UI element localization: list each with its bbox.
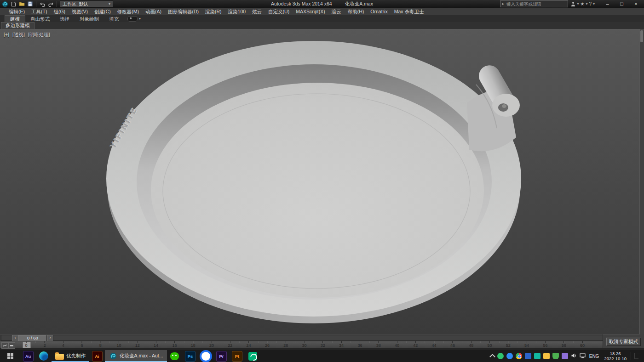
minimize-button[interactable]: –: [600, 0, 615, 8]
menu-item[interactable]: 修改器(M): [114, 8, 142, 15]
save-icon[interactable]: [27, 1, 33, 7]
ribbon-tab[interactable]: 建模: [5, 15, 25, 22]
menu-item[interactable]: Max 杀毒卫士: [391, 8, 427, 15]
timeline-tick[interactable]: 50: [487, 341, 492, 349]
taskbar-photoshop-icon[interactable]: Ps: [183, 350, 198, 362]
tray-security-shield-icon[interactable]: [552, 353, 559, 359]
timeline-tick[interactable]: 6: [80, 341, 83, 349]
close-button[interactable]: ×: [629, 0, 643, 8]
menu-item[interactable]: 编辑(E): [6, 8, 28, 15]
menu-item[interactable]: 创建(C): [91, 8, 114, 15]
start-button[interactable]: [0, 350, 20, 362]
timeline-tick[interactable]: 4: [62, 341, 64, 349]
tray-cloud-icon[interactable]: [525, 353, 531, 359]
menu-item[interactable]: 视图(V): [69, 8, 91, 15]
tray-volume-icon[interactable]: [571, 352, 577, 360]
timeline-tick[interactable]: 38: [376, 341, 381, 349]
taskbar-explorer-window[interactable]: 优先制作: [52, 350, 89, 362]
menu-item[interactable]: 炫云: [249, 8, 265, 15]
timeline-tick[interactable]: 18: [191, 341, 196, 349]
taskbar-edge-icon[interactable]: [36, 350, 52, 362]
timeline-tick[interactable]: 40: [395, 341, 399, 349]
timeline-tick[interactable]: 0: [25, 341, 27, 349]
tray-expand-icon[interactable]: [489, 354, 495, 360]
scrollbar-thumb[interactable]: [640, 30, 643, 42]
menu-item[interactable]: 组(G): [50, 8, 69, 15]
workspace-selector[interactable]: 工作区: 默认 ▾: [60, 0, 113, 7]
timeline-tick[interactable]: 2: [44, 341, 46, 349]
perspective-viewport[interactable]: [+] [透视] [明暗处理]: [0, 29, 644, 334]
taskbar-clock[interactable]: 18:26 2022-10-10: [603, 351, 628, 362]
favorites-star-icon[interactable]: ★: [580, 1, 584, 6]
timeline-tick[interactable]: 22: [228, 341, 232, 349]
search-arrow-icon[interactable]: ▸: [502, 1, 504, 7]
tray-app2-icon[interactable]: [562, 353, 568, 359]
timeline-tick[interactable]: 48: [469, 341, 473, 349]
ribbon-minimize-icon[interactable]: [127, 16, 138, 22]
chevron-down-icon[interactable]: ▾: [577, 2, 579, 6]
action-center-icon[interactable]: [634, 353, 641, 359]
taskbar-illustrator-icon[interactable]: Ai: [89, 350, 105, 362]
tray-app-icon[interactable]: [534, 353, 540, 359]
timeline-tick[interactable]: 24: [247, 341, 251, 349]
tray-chrome-icon[interactable]: [516, 353, 522, 359]
menu-item[interactable]: MAXScript(X): [293, 8, 328, 15]
search-input[interactable]: [506, 1, 566, 7]
panel-tab-polygon-modeling[interactable]: 多边形建模: [1, 22, 34, 29]
ribbon-tab[interactable]: 对象绘制: [75, 16, 104, 22]
undo-icon[interactable]: [39, 1, 46, 7]
timeline-tick[interactable]: 52: [506, 341, 511, 349]
timeline-tick[interactable]: 32: [321, 341, 325, 349]
viewport-menu-plus[interactable]: [+]: [4, 32, 9, 38]
language-indicator[interactable]: ENG: [588, 354, 600, 359]
menu-item[interactable]: 渲染100: [225, 8, 249, 15]
chevron-down-icon[interactable]: ▾: [593, 2, 595, 6]
track-bar-filter-icon[interactable]: [8, 342, 15, 349]
menu-item[interactable]: 工具(T): [28, 8, 50, 15]
viewport-menu-view[interactable]: [透视]: [12, 32, 25, 38]
timeline-tick[interactable]: 36: [357, 341, 362, 349]
time-slider-track[interactable]: [1, 335, 603, 341]
timeline-tick[interactable]: 16: [172, 341, 177, 349]
timeline-tick[interactable]: 10: [116, 341, 121, 349]
maximize-button[interactable]: □: [615, 0, 629, 8]
tray-network-icon[interactable]: [580, 352, 586, 360]
timeline-tick[interactable]: 26: [265, 341, 270, 349]
taskbar-wechat-icon[interactable]: [167, 350, 183, 362]
taskbar-painter-icon[interactable]: Pt: [230, 350, 245, 362]
timeline-tick[interactable]: 42: [413, 341, 418, 349]
chevron-down-icon[interactable]: ▾: [139, 17, 141, 21]
timeline-tick[interactable]: 56: [543, 341, 547, 349]
cancel-expert-mode-button[interactable]: 取消专家模式: [606, 338, 641, 346]
menu-item[interactable]: 帮助(H): [345, 8, 368, 15]
3dsmax-logo-icon[interactable]: [1, 0, 8, 7]
taskbar-green-app-icon[interactable]: [245, 350, 261, 362]
tray-folder-icon[interactable]: [543, 353, 550, 359]
3d-model-cosmetic-box[interactable]: YIFINITE YIFINITE: [0, 29, 640, 334]
ribbon-tab[interactable]: 选择: [55, 16, 75, 22]
menu-item[interactable]: 图形编辑器(D): [165, 8, 202, 15]
menu-item[interactable]: 自定义(U): [265, 8, 293, 15]
chevron-down-icon[interactable]: ▾: [586, 2, 587, 6]
taskbar-blue-round-app-icon[interactable]: [198, 350, 214, 362]
menu-item[interactable]: Ornatrix: [367, 8, 391, 15]
viewport-right-scrollbar[interactable]: [639, 29, 644, 334]
taskbar-3dsmax-window[interactable]: 化妆盒A.max - Aut...: [105, 350, 167, 362]
timeline-tick[interactable]: 14: [154, 341, 158, 349]
timeline-tick[interactable]: 54: [524, 341, 529, 349]
taskbar-premiere-icon[interactable]: Pr: [214, 350, 230, 362]
timeline-ruler[interactable]: 0246810121416182022242628303234363840424…: [0, 341, 603, 349]
tray-wechat-icon[interactable]: [497, 353, 504, 359]
timeline-tick[interactable]: 20: [209, 341, 214, 349]
menu-item[interactable]: 动画(A): [142, 8, 165, 15]
timeline-tick[interactable]: 46: [450, 341, 455, 349]
tray-qq-icon[interactable]: [506, 353, 513, 359]
viewport-menu-shading[interactable]: [明暗处理]: [28, 32, 50, 38]
timeline-tick[interactable]: 34: [339, 341, 344, 349]
ribbon-tab[interactable]: 填充: [104, 16, 124, 22]
timeline-tick[interactable]: 60: [580, 341, 585, 349]
redo-icon[interactable]: [47, 1, 54, 7]
ribbon-tab[interactable]: 自由形式: [25, 16, 55, 22]
timeline-tick[interactable]: 12: [135, 341, 140, 349]
timeline-tick[interactable]: 28: [283, 341, 288, 349]
